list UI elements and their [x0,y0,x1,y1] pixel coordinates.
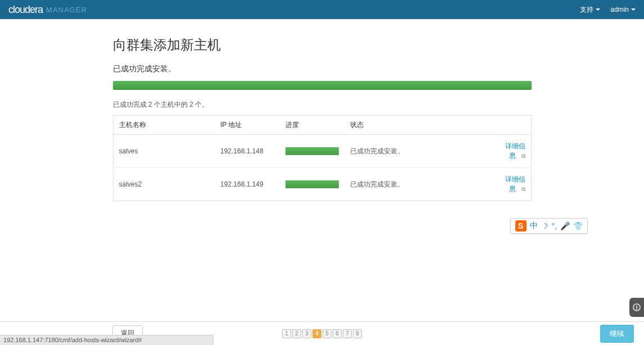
user-menu[interactable]: admin [610,6,636,13]
table-row: salves 192.168.1.148 已成功完成安装。 详细信息 ⧉ [113,135,531,168]
main-content: 向群集添加新主机 已成功完成安装。 已成功完成 2 个主机中的 2 个。 主机名… [113,19,532,201]
brand-sub: MANAGER [46,6,87,14]
external-icon: ⧉ [520,153,525,158]
table-header-row: 主机名称 IP 地址 进度 状态 [113,116,531,135]
navbar: cloudera MANAGER 支持 admin [0,0,644,19]
cell-hostname: salves [113,135,215,168]
install-status: 已成功完成安装。 [113,64,532,74]
user-label: admin [610,6,629,13]
page-title: 向群集添加新主机 [113,36,532,54]
cell-ip: 192.168.1.148 [215,135,280,168]
cell-ip: 192.168.1.149 [215,168,280,201]
overall-progress-bar [113,81,532,90]
header-status: 状态 [344,116,497,135]
row-progress-bar [285,180,339,188]
table-row: salves2 192.168.1.149 已成功完成安装。 详细信息 ⧉ [113,168,531,201]
caret-icon [631,8,636,11]
brand[interactable]: cloudera MANAGER [8,4,87,16]
caret-icon [596,8,600,11]
hosts-table: 主机名称 IP 地址 进度 状态 salves 192.168.1.148 已成… [113,115,532,201]
summary-text: 已成功完成 2 个主机中的 2 个。 [113,100,532,110]
cell-status: 已成功完成安装。 [344,135,497,168]
header-ip: IP 地址 [215,116,280,135]
cell-progress [280,168,345,201]
header-progress: 进度 [280,116,345,135]
cell-progress [280,135,345,168]
support-menu[interactable]: 支持 [580,5,600,15]
header-details [497,116,531,135]
support-label: 支持 [580,5,593,15]
navbar-right: 支持 admin [580,5,636,15]
cell-details: 详细信息 ⧉ [497,135,531,168]
cell-hostname: salves2 [113,168,215,201]
brand-main: cloudera [8,4,43,16]
header-hostname: 主机名称 [113,116,215,135]
row-progress-bar [285,147,339,155]
external-icon: ⧉ [520,186,525,192]
cell-details: 详细信息 ⧉ [497,168,531,201]
cell-status: 已成功完成安装。 [344,168,497,201]
